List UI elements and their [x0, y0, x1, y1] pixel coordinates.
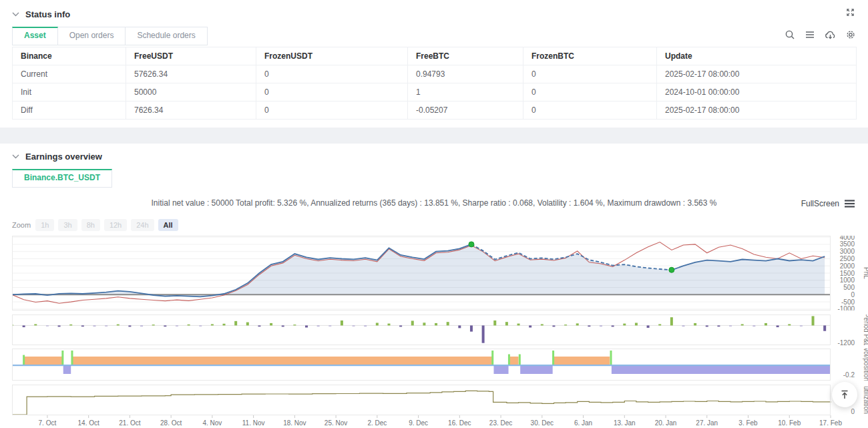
x-tick-label: 14. Oct: [78, 419, 99, 427]
col-header-frozenusdt: FrozenUSDT: [256, 47, 408, 65]
position-short-band: [63, 365, 71, 374]
axis-tick-label: 500: [843, 284, 855, 291]
fullscreen-button[interactable]: FullScreen: [801, 199, 855, 208]
axis-tick-label: -1000: [837, 305, 855, 310]
row-label: Init: [13, 83, 126, 101]
period-pnl-bar: [647, 325, 650, 328]
period-pnl-bar: [223, 324, 226, 326]
period-pnl-bar: [788, 324, 791, 325]
axis-tick-label: 0: [851, 408, 855, 415]
period-pnl-bar: [812, 316, 815, 325]
row-label[interactable]: Current: [13, 65, 126, 83]
period-pnl-bar: [387, 324, 390, 326]
period-pnl-chart[interactable]: -1200Period P&L: [12, 314, 868, 345]
cell-value: 50000: [126, 83, 256, 101]
trading-dashboard: Status info AssetOpen ordersSchedule ord…: [0, 0, 868, 428]
period-pnl-bar: [364, 325, 367, 327]
period-pnl-bar: [800, 325, 803, 326]
chart-menu-icon[interactable]: [845, 200, 855, 208]
tab-asset[interactable]: Asset: [12, 27, 58, 45]
back-to-top-button[interactable]: [832, 382, 857, 407]
fullscreen-label[interactable]: FullScreen: [801, 199, 839, 208]
period-pnl-bar: [623, 324, 626, 326]
axis-title: PnL: [863, 267, 868, 279]
expand-icon[interactable]: [846, 8, 855, 19]
menu-icon[interactable]: [805, 29, 815, 40]
x-tick-label: 2. Dec: [367, 419, 387, 427]
x-tick-label: 10. Feb: [778, 419, 801, 427]
x-axis: 7. Oct14. Oct21. Oct28. Oct4. Nov11. Nov…: [12, 415, 868, 428]
zoom-option-all[interactable]: All: [158, 219, 178, 231]
x-tick-label: 3. Feb: [738, 419, 758, 427]
period-pnl-bar: [234, 321, 237, 326]
axis-tick-label: 3500: [840, 240, 855, 248]
utilization-chart[interactable]: 0utilization: [12, 385, 868, 415]
cell-value: 0: [523, 65, 657, 83]
settings-icon[interactable]: [845, 29, 856, 40]
x-tick-label: 23. Dec: [489, 419, 512, 427]
stats-summary: Initial net value : 50000 Total profit: …: [152, 198, 717, 208]
pnl-chart[interactable]: 40003500300025002000150010005000-500-100…: [12, 236, 868, 310]
period-pnl-bar: [93, 325, 95, 327]
period-pnl-bar: [188, 325, 190, 326]
period-pnl-bar: [305, 325, 308, 327]
x-tick-label: 30. Dec: [531, 419, 554, 427]
cell-value: 0: [256, 83, 408, 101]
cloud-download-icon[interactable]: [825, 29, 836, 40]
tab-schedule-orders[interactable]: Schedule orders: [126, 27, 207, 45]
period-pnl-bar: [34, 324, 37, 325]
status-info-header: Status info: [12, 8, 856, 20]
table-toolbar: [785, 29, 856, 40]
collapse-chevron-icon[interactable]: [12, 154, 19, 159]
cell-value: 57626.34: [126, 65, 256, 83]
position-short-band: [520, 365, 553, 374]
period-pnl-bar: [612, 325, 614, 327]
zoom-option-3h: 3h: [58, 219, 77, 231]
tab-open-orders[interactable]: Open orders: [58, 27, 126, 45]
trade-vol-spike: [23, 355, 25, 365]
period-pnl-bar: [128, 325, 131, 327]
table-row: Current57626.3400.9479302025-02-17 08:00…: [13, 65, 857, 83]
x-tick-label: 6. Jan: [574, 419, 592, 427]
earnings-tabs: Binance.BTC_USDT: [12, 169, 856, 188]
drawdown-marker: [669, 267, 674, 272]
period-pnl-bar: [670, 317, 673, 325]
cell-value: 1: [408, 83, 523, 101]
period-pnl-bar: [493, 320, 496, 325]
vol-position-chart[interactable]: -0.2vol/position: [12, 349, 868, 381]
axis-tick-label: -1200: [837, 339, 855, 345]
search-icon[interactable]: [785, 29, 795, 40]
period-pnl-bar: [164, 325, 166, 327]
x-tick-label: 21. Oct: [119, 419, 140, 427]
col-header-freebtc: FreeBTC: [408, 47, 523, 65]
table-header-row: BinanceFreeUSDTFrozenUSDTFreeBTCFrozenBT…: [13, 47, 857, 65]
col-header-freeusdt: FreeUSDT: [126, 47, 256, 65]
position-short-band: [493, 365, 508, 374]
tab-binance-btc-usdt[interactable]: Binance.BTC_USDT: [12, 169, 112, 188]
period-pnl-bar: [823, 325, 826, 331]
axis-tick-label: 0: [851, 291, 855, 298]
trade-vol-spike: [610, 351, 612, 365]
cell-value: 0: [523, 101, 657, 120]
x-tick-label: 16. Dec: [448, 419, 471, 427]
period-pnl-bar: [588, 325, 590, 327]
col-header-binance: Binance: [13, 47, 126, 65]
period-pnl-bar: [741, 324, 744, 325]
trade-vol-spike: [491, 351, 493, 365]
x-tick-label: 27. Jan: [696, 419, 718, 427]
cell-value: 2024-10-01 00:00:00: [657, 83, 857, 101]
panel-title: Earnings overview: [25, 152, 102, 162]
collapse-chevron-icon[interactable]: [12, 12, 19, 17]
axis-tick-label: 2000: [840, 262, 855, 270]
axis-title: utilization: [863, 386, 868, 414]
period-pnl-bar: [329, 325, 331, 326]
period-pnl-bar: [517, 324, 520, 326]
cell-value: 0: [523, 83, 657, 101]
period-pnl-bar: [729, 325, 732, 326]
zoom-bar: Zoom 1h3h8h12h24hAll: [12, 218, 856, 232]
cell-value: 2025-02-17 08:00:00: [657, 101, 857, 120]
zoom-option-8h: 8h: [81, 219, 100, 231]
trade-vol-spike: [71, 351, 73, 365]
period-pnl-bar: [282, 325, 284, 327]
cell-value: -0.05207: [408, 101, 523, 120]
